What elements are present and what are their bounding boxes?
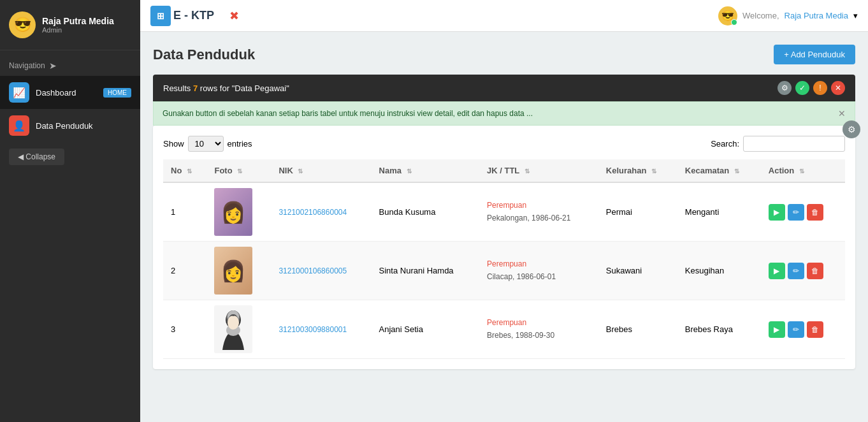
edit-button[interactable]: ✏: [788, 204, 804, 221]
cell-kecamatan: Menganti: [677, 182, 761, 242]
action-buttons: ▶ ✏ 🗑: [769, 321, 837, 338]
sidebar-toggle-icon[interactable]: ✖: [229, 9, 239, 23]
cell-no: 2: [163, 242, 206, 300]
cell-action: ▶ ✏ 🗑: [761, 182, 845, 242]
col-kecamatan: Kecamatan ⇅: [677, 159, 761, 182]
ttl-label: Pekalongan, 1986-06-21: [487, 212, 591, 224]
alert-close-icon[interactable]: ✕: [831, 81, 845, 95]
view-button[interactable]: ▶: [769, 263, 785, 279]
page-title: Data Penduduk: [153, 47, 255, 63]
delete-button[interactable]: 🗑: [807, 263, 823, 279]
col-jk-ttl: JK / TTL ⇅: [479, 159, 598, 182]
cell-nama: Bunda Kusuma: [372, 182, 480, 242]
cell-foto: [206, 300, 271, 359]
alert-result-bar: Results 7 rows for "Data Pegawai" ⚙ ✓ ! …: [153, 75, 855, 101]
action-buttons: ▶ ✏ 🗑: [769, 263, 837, 279]
show-label: Show: [163, 139, 184, 149]
main-area: ⊞ E - KTP ✖ 😎 Welcome, Raja Putra Media …: [140, 0, 868, 422]
table-row: 2 👩 3121000106860005 Sinta Nurani Hamda …: [163, 242, 845, 300]
cell-nik: 3121000106860005: [271, 242, 371, 300]
entries-select[interactable]: 10 25 50 100: [188, 136, 224, 152]
collapse-button[interactable]: ◀ Collapse: [9, 149, 64, 165]
col-nik: NIK ⇅: [271, 159, 371, 182]
alert-check-icon[interactable]: ✓: [795, 81, 809, 95]
cell-kelurahan: Sukawani: [598, 242, 677, 300]
cell-kecamatan: Kesugihan: [677, 242, 761, 300]
topbar-user-menu[interactable]: 😎 Welcome, Raja Putra Media ▾: [718, 6, 858, 25]
table-row: 3 3121003009880001 Anjani Setia Perempua…: [163, 300, 845, 359]
photo-img: 👩: [214, 247, 252, 295]
alert-settings-icon[interactable]: ⚙: [778, 81, 792, 95]
cell-action: ▶ ✏ 🗑: [761, 300, 845, 359]
cell-kelurahan: Permai: [598, 182, 677, 242]
search-input[interactable]: [743, 136, 845, 152]
app-title: E - KTP: [173, 9, 214, 22]
nav-label: Navigation ➤: [0, 50, 140, 76]
alert-warning-icon[interactable]: !: [813, 81, 827, 95]
dashboard-icon: 📈: [9, 82, 29, 103]
table-header-row: No ⇅ Foto ⇅ NIK ⇅ Nama ⇅ JK / TTL ⇅ Kelu…: [163, 159, 845, 182]
alert-icon-group: ⚙ ✓ ! ✕: [778, 81, 845, 95]
result-count: 7: [193, 84, 198, 93]
content-area: Data Penduduk + Add Penduduk Results 7 r…: [140, 32, 868, 422]
topbar-user-name: Raja Putra Media: [785, 11, 848, 20]
jk-label: Perempuan: [487, 200, 591, 212]
view-button[interactable]: ▶: [769, 204, 785, 221]
data-card: ⚙ Show 10 25 50 100 entries Search:: [153, 126, 855, 369]
cell-jk-ttl: Perempuan Cilacap, 1986-06-01: [479, 242, 598, 300]
edit-button[interactable]: ✏: [788, 321, 804, 338]
cell-foto: 👩: [206, 242, 271, 300]
sidebar-header: 😎 Raja Putra Media Admin: [0, 0, 140, 50]
search-control: Search:: [711, 136, 845, 152]
welcome-text: Welcome,: [742, 11, 779, 20]
sidebar: 😎 Raja Putra Media Admin Navigation ➤ 📈 …: [0, 0, 140, 422]
col-foto: Foto ⇅: [206, 159, 271, 182]
cell-nama: Sinta Nurani Hamda: [372, 242, 480, 300]
svg-point-6: [228, 316, 238, 327]
nik-link[interactable]: 3121003009880001: [278, 325, 347, 334]
topbar: ⊞ E - KTP ✖ 😎 Welcome, Raja Putra Media …: [140, 0, 868, 32]
cell-jk-ttl: Perempuan Pekalongan, 1986-06-21: [479, 182, 598, 242]
cell-kecamatan: Brebes Raya: [677, 300, 761, 359]
cell-foto: 👩: [206, 182, 271, 242]
photo-img: 👩: [214, 188, 252, 236]
table-controls: Show 10 25 50 100 entries Search:: [163, 136, 845, 152]
edit-button[interactable]: ✏: [788, 263, 804, 279]
nik-link[interactable]: 3121000106860005: [278, 266, 347, 275]
sidebar-item-data-penduduk-label: Data Penduduk: [36, 121, 93, 131]
ttl-label: Cilacap, 1986-06-01: [487, 271, 591, 283]
action-buttons: ▶ ✏ 🗑: [769, 204, 837, 221]
col-action: Action ⇅: [761, 159, 845, 182]
cell-nama: Anjani Setia: [372, 300, 480, 359]
delete-button[interactable]: 🗑: [807, 204, 823, 221]
nik-link[interactable]: 3121002106860004: [278, 208, 347, 217]
sidebar-item-dashboard[interactable]: 📈 Dashboard HOME: [0, 76, 140, 109]
cell-action: ▶ ✏ 🗑: [761, 242, 845, 300]
photo-placeholder: [214, 305, 252, 353]
show-entries-control: Show 10 25 50 100 entries: [163, 136, 252, 152]
view-button[interactable]: ▶: [769, 321, 785, 338]
delete-button[interactable]: 🗑: [807, 321, 823, 338]
alert-info-bar: Gunakan button di sebelah kanan setiap b…: [153, 101, 855, 126]
cell-no: 1: [163, 182, 206, 242]
topbar-dropdown-arrow: ▾: [853, 11, 858, 20]
content-header: Data Penduduk + Add Penduduk: [153, 45, 855, 64]
alert-info-text: Gunakan button di sebelah kanan setiap b…: [163, 109, 533, 118]
search-label: Search:: [711, 139, 739, 149]
sidebar-user-name: Raja Putra Media: [42, 16, 114, 26]
alert-info-close-button[interactable]: ✕: [838, 108, 846, 119]
col-nama: Nama ⇅: [372, 159, 480, 182]
add-penduduk-button[interactable]: + Add Penduduk: [774, 45, 855, 64]
ttl-label: Brebes, 1988-09-30: [487, 330, 591, 342]
sidebar-user-info: Raja Putra Media Admin: [42, 16, 114, 34]
card-gear-icon[interactable]: ⚙: [843, 120, 860, 138]
logo-icon: ⊞: [150, 6, 171, 26]
jk-label: Perempuan: [487, 317, 591, 329]
data-table: No ⇅ Foto ⇅ NIK ⇅ Nama ⇅ JK / TTL ⇅ Kelu…: [163, 159, 845, 359]
sidebar-item-data-penduduk[interactable]: 👤 Data Penduduk: [0, 109, 140, 142]
topbar-avatar-icon: 😎: [718, 6, 737, 25]
cell-nik: 3121002106860004: [271, 182, 371, 242]
entries-label: entries: [228, 139, 252, 149]
cell-kelurahan: Brebes: [598, 300, 677, 359]
data-penduduk-icon: 👤: [9, 115, 29, 136]
